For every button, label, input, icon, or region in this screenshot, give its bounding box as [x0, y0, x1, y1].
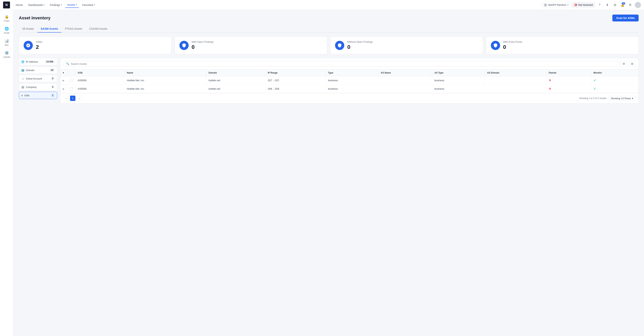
nav-favorites[interactable]: Favorites ▾: [80, 2, 97, 8]
check-col-header: [67, 70, 75, 76]
col-domain: Domain: [206, 70, 266, 76]
cell-asn: AS5656: [75, 85, 124, 93]
avatar[interactable]: [635, 2, 641, 8]
sidebar-item-caasm[interactable]: ⚙️ CAASM: [1, 49, 12, 60]
open-findings-value: 0: [192, 44, 214, 50]
table-toolbar: 🔍 ⚙ ⊞: [60, 58, 638, 70]
filter-company-count: 4: [51, 85, 55, 89]
settings-button[interactable]: ⊞: [612, 2, 618, 8]
filter-company-label: Company: [26, 86, 37, 89]
domain-icon: 🌍: [21, 69, 24, 72]
col-asn: ASN: [75, 70, 124, 76]
filter-cloud-label: Cloud Account: [26, 77, 42, 80]
no-findings-label: Without Open Findings: [347, 40, 373, 43]
open-findings-label: With Open Findings: [192, 40, 214, 43]
cell-ip-range: 207. - 207.: [266, 76, 326, 85]
ip-address-icon: 🌐: [21, 60, 24, 63]
row-checkbox[interactable]: [70, 87, 73, 90]
entry-points-label: With Entry Points: [503, 40, 522, 43]
col-as-type: AS Type: [432, 70, 485, 76]
app-logo[interactable]: N: [3, 1, 10, 8]
asns-value: 2: [36, 44, 42, 50]
bas-icon: 📊: [4, 39, 9, 43]
gear-button[interactable]: ⚙: [627, 2, 633, 8]
notifications-button[interactable]: 🔔 79: [620, 2, 626, 8]
prev-page-button[interactable]: ‹: [64, 96, 69, 101]
cell-name: Hubble.Net, Inc.: [124, 85, 206, 93]
results-info: Showing 1 to 2 of 2 results: [579, 97, 606, 100]
chevron-down-icon: ▾: [76, 4, 77, 6]
cell-as-name: [378, 76, 432, 85]
rows-selector[interactable]: Showing 10 Rows ▾: [609, 96, 635, 101]
cell-domain: hubble.net: [206, 85, 266, 93]
col-owned: Owned: [546, 70, 591, 76]
metric-card-asns: ASNs 2: [19, 36, 172, 54]
table-header-row: ▾ ASN Name Domain IP Range Type AS Name …: [60, 70, 638, 76]
next-page-button[interactable]: ›: [76, 96, 82, 101]
no-findings-icon-wrap: [335, 41, 344, 50]
not-scanned-badge[interactable]: 🎯 Not Scanned: [572, 2, 595, 7]
no-findings-value: 0: [347, 44, 373, 50]
nav-home[interactable]: Home: [14, 2, 25, 8]
workspace-selector[interactable]: 🏢 NetSPI Random ▾: [542, 2, 570, 8]
filter-domain[interactable]: 🌍 Domain 20: [19, 66, 57, 74]
cell-asn: AS5656: [75, 76, 124, 85]
cloud-account-icon: ☁️: [21, 77, 24, 80]
tab-all-assets[interactable]: All Assets: [19, 25, 38, 32]
rows-label: Showing 10 Rows: [611, 97, 631, 100]
sidebar: 🔒 PTaaS 🌐 EASM 📊 BAS ⚙️ CAASM: [0, 10, 14, 336]
filter-button[interactable]: ⚙: [620, 60, 627, 67]
download-button[interactable]: ⬇: [604, 2, 610, 8]
help-button[interactable]: ?: [596, 2, 602, 8]
notification-count: 79: [622, 2, 625, 4]
table-row: ▶ AS5656 Hubble.Net, Inc. hubble.net 207…: [60, 76, 638, 85]
filter-ip-label: IP Address: [26, 60, 38, 63]
row-checkbox[interactable]: [70, 79, 73, 82]
nav-dashboards[interactable]: Dashboards ▾: [26, 2, 46, 8]
tab-caasm-assets[interactable]: CAASM Assets: [86, 25, 111, 32]
table-footer: ‹ 1 › Showing 1 to 2 of 2 results Showin…: [60, 93, 638, 103]
cell-as-type: business: [432, 85, 485, 93]
row-expand-icon[interactable]: ▶: [63, 88, 64, 90]
filter-sidebar: 🌐 IP Address 24.58k 🌍 Domain 20 ☁️ Cloud…: [19, 58, 57, 103]
page-header: Asset Inventory Scan for ASNs: [19, 14, 639, 21]
sidebar-item-ptaas[interactable]: 🔒 PTaaS: [1, 13, 12, 23]
scan-asns-button[interactable]: Scan for ASNs: [612, 14, 639, 21]
owned-false-icon: ✕: [549, 87, 551, 90]
chevron-down-icon: ▾: [61, 4, 62, 6]
sidebar-item-label: CAASM: [3, 56, 10, 58]
filter-company[interactable]: 🏢 Company 4: [19, 83, 57, 91]
radar-icon: 🎯: [574, 3, 577, 6]
search-icon: 🔍: [66, 62, 69, 65]
filter-asn-count: 2: [51, 94, 55, 97]
nav-findings[interactable]: Findings ▾: [48, 2, 64, 8]
col-type: Type: [326, 70, 378, 76]
sidebar-item-easm[interactable]: 🌐 EASM: [1, 25, 12, 36]
sidebar-item-bas[interactable]: 📊 BAS: [1, 37, 12, 48]
metric-info-no-findings: Without Open Findings 0: [347, 40, 373, 50]
open-findings-icon-wrap: [180, 41, 189, 50]
page-1-button[interactable]: 1: [70, 96, 76, 101]
footer-right: Showing 1 to 2 of 2 results Showing 10 R…: [579, 96, 635, 101]
columns-icon: ⊞: [631, 62, 634, 65]
search-input[interactable]: [71, 62, 616, 65]
tab-easm-assets[interactable]: EASM Assets: [38, 25, 62, 32]
filter-cloud-account[interactable]: ☁️ Cloud Account 0: [19, 75, 57, 82]
table-area: 🔍 ⚙ ⊞ ▾: [60, 58, 639, 103]
filter-asn[interactable]: # ASN 2: [19, 92, 57, 99]
col-name: Name: [124, 70, 206, 76]
caasm-icon: ⚙️: [4, 51, 9, 55]
col-monitor: Monitor: [591, 70, 638, 76]
metric-cards: ASNs 2 With Open Findings 0 Without Open…: [19, 36, 639, 54]
filter-ip-address[interactable]: 🌐 IP Address 24.58k: [19, 58, 57, 65]
easm-icon: 🌐: [4, 27, 9, 31]
content-area: 🌐 IP Address 24.58k 🌍 Domain 20 ☁️ Cloud…: [19, 58, 639, 103]
tab-ptaas-assets[interactable]: PTAAS Assets: [62, 25, 86, 32]
shield-icon: [182, 43, 186, 48]
chevron-down-icon: ▾: [94, 4, 95, 6]
row-expand-icon[interactable]: ▶: [63, 79, 64, 82]
metric-card-entry-points: With Entry Points 0: [486, 36, 639, 54]
nav-assets[interactable]: Assets ▾: [65, 2, 79, 8]
filter-ip-count: 24.58k: [45, 60, 55, 63]
columns-button[interactable]: ⊞: [629, 60, 635, 67]
